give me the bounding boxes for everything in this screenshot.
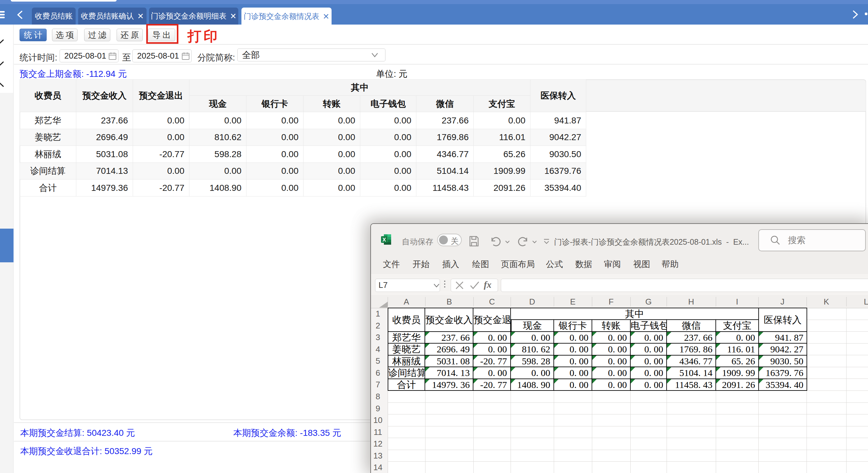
svg-text:X: X — [382, 237, 386, 243]
